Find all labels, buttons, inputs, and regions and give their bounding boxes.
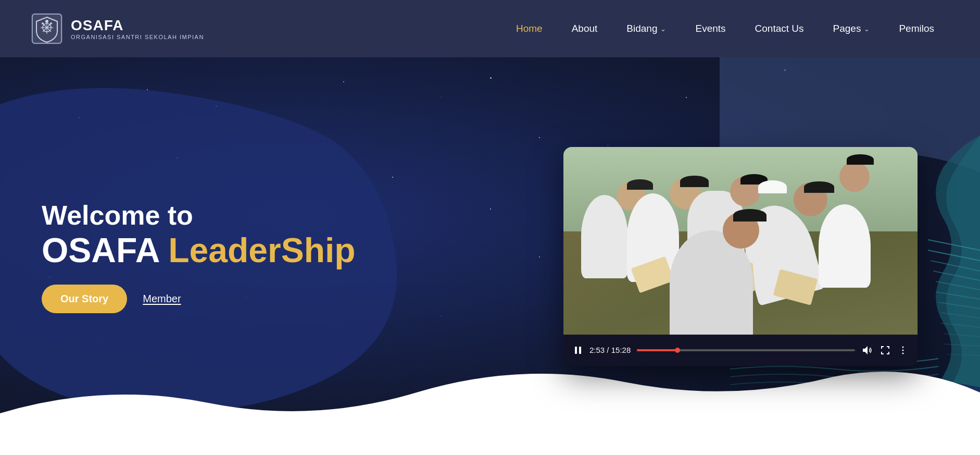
nav-item-bidang[interactable]: Bidang ⌄ xyxy=(612,0,681,57)
hero-text-area: Welcome to OSAFA LeaderShip Our Story Me… xyxy=(42,199,406,314)
more-options-button[interactable] xyxy=(898,345,908,355)
chevron-down-icon: ⌄ xyxy=(660,25,666,33)
nav-item-pages[interactable]: Pages ⌄ xyxy=(819,0,885,57)
nav-label-contact: Contact Us xyxy=(755,23,804,34)
video-time: 2:53 / 15:28 xyxy=(589,346,631,354)
logo-icon xyxy=(31,13,62,44)
svg-rect-23 xyxy=(579,347,581,354)
svg-point-24 xyxy=(902,346,904,348)
nav-label-about: About xyxy=(572,23,598,34)
nav-label-events: Events xyxy=(695,23,725,34)
wave-bottom-white xyxy=(0,351,980,455)
header: OSAFA ORGANISASI SANTRI SEKOLAH IMPIAN H… xyxy=(0,0,980,57)
video-progress-fill xyxy=(637,349,677,351)
nav-item-events[interactable]: Events xyxy=(681,0,740,57)
video-progress-bar[interactable] xyxy=(637,349,855,351)
hero-welcome-text: Welcome to xyxy=(42,199,406,231)
nav-label-pemilos: Pemilos xyxy=(899,23,934,34)
svg-rect-22 xyxy=(575,347,577,354)
svg-point-26 xyxy=(902,352,904,354)
svg-point-25 xyxy=(902,349,904,351)
video-player: 2:53 / 15:28 xyxy=(563,147,918,366)
nav-item-pemilos[interactable]: Pemilos xyxy=(884,0,949,57)
hero-section: Welcome to OSAFA LeaderShip Our Story Me… xyxy=(0,57,980,455)
logo-area: OSAFA ORGANISASI SANTRI SEKOLAH IMPIAN xyxy=(31,13,204,44)
nav-item-contact[interactable]: Contact Us xyxy=(740,0,819,57)
nav-label-bidang: Bidang xyxy=(626,23,657,34)
hero-osafa-label: OSAFA xyxy=(42,231,168,269)
nav-label-home: Home xyxy=(516,23,543,34)
svg-point-7 xyxy=(45,20,48,23)
main-nav: Home About Bidang ⌄ Events Contact Us Pa… xyxy=(501,0,949,57)
video-progress-dot xyxy=(675,348,680,353)
hero-leadership-label: LeaderShip xyxy=(168,231,355,269)
fullscreen-button[interactable] xyxy=(880,345,890,355)
logo-subtitle: ORGANISASI SANTRI SEKOLAH IMPIAN xyxy=(71,34,204,40)
nav-item-home[interactable]: Home xyxy=(501,0,557,57)
svg-point-9 xyxy=(50,22,52,24)
svg-point-8 xyxy=(42,22,44,24)
chevron-down-icon-2: ⌄ xyxy=(864,25,870,33)
our-story-button[interactable]: Our Story xyxy=(42,285,127,313)
video-controls-right xyxy=(861,345,908,356)
pause-button[interactable] xyxy=(573,345,583,355)
member-button[interactable]: Member xyxy=(143,293,181,305)
nav-label-pages: Pages xyxy=(833,23,861,34)
volume-button[interactable] xyxy=(861,345,873,356)
logo-text-area: OSAFA ORGANISASI SANTRI SEKOLAH IMPIAN xyxy=(71,17,204,40)
video-thumbnail xyxy=(563,147,918,335)
nav-item-about[interactable]: About xyxy=(557,0,612,57)
logo-title: OSAFA xyxy=(71,17,204,34)
hero-buttons: Our Story Member xyxy=(42,285,406,313)
hero-org-name-text: OSAFA LeaderShip xyxy=(42,231,406,269)
video-controls: 2:53 / 15:28 xyxy=(563,335,918,366)
